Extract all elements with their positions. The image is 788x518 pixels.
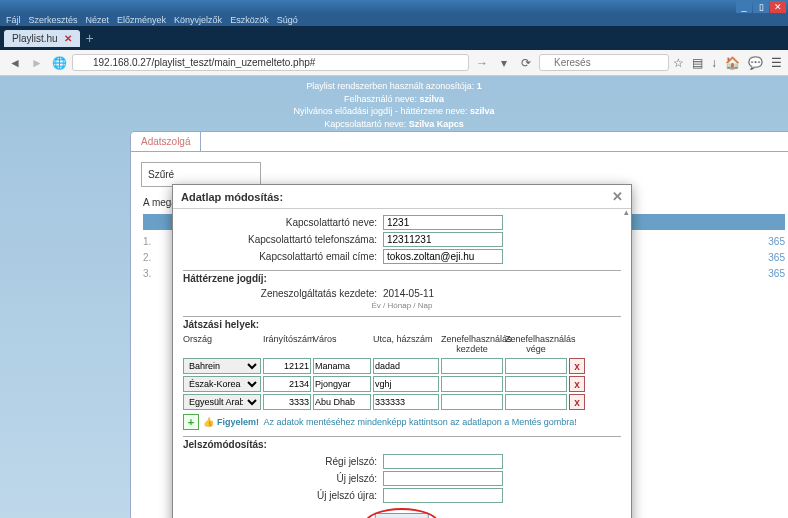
- chat-icon[interactable]: 💬: [748, 56, 763, 70]
- col-from: Zenefelhasználás kezdete: [441, 334, 503, 356]
- country-select-0[interactable]: Bahrein: [183, 358, 261, 374]
- street-input-0[interactable]: [373, 358, 439, 374]
- service-start-label: Zeneszolgáltatás kezdete:: [183, 288, 383, 299]
- delete-row-button-0[interactable]: x: [569, 358, 585, 374]
- street-input-2[interactable]: [373, 394, 439, 410]
- maximize-button[interactable]: ▯: [753, 1, 769, 13]
- back-button[interactable]: ◄: [6, 54, 24, 72]
- reload-arrow-icon[interactable]: →: [473, 54, 491, 72]
- service-start-value: 2014-05-11: [383, 288, 434, 299]
- contact-name-input[interactable]: [383, 215, 503, 230]
- hamburger-menu-icon[interactable]: ☰: [771, 56, 782, 70]
- to-input-1[interactable]: [505, 376, 567, 392]
- delete-row-button-2[interactable]: x: [569, 394, 585, 410]
- menu-tools[interactable]: Eszközök: [230, 15, 269, 25]
- browser-tab-playlist[interactable]: Playlist.hu ✕: [4, 30, 80, 47]
- window-close-button[interactable]: ✕: [770, 1, 786, 13]
- col-zip: Irányítószám: [263, 334, 311, 356]
- contact-email-input[interactable]: [383, 249, 503, 264]
- zip-input-2[interactable]: [263, 394, 311, 410]
- reload-button[interactable]: ⟳: [517, 54, 535, 72]
- old-pw-input[interactable]: [383, 454, 503, 469]
- country-select-2[interactable]: Egyesült Arab Em: [183, 394, 261, 410]
- delete-row-button-1[interactable]: x: [569, 376, 585, 392]
- to-input-2[interactable]: [505, 394, 567, 410]
- dropdown-icon[interactable]: ▾: [495, 54, 513, 72]
- country-select-1[interactable]: Észak-Korea: [183, 376, 261, 392]
- menubar: Fájl Szerkesztés Nézet Előzmények Könyvj…: [0, 14, 788, 26]
- street-input-1[interactable]: [373, 376, 439, 392]
- address-bar: ◄ ► 🌐 → ▾ ⟳ ☆ ▤ ↓ 🏠 💬 ☰: [0, 50, 788, 76]
- tab-close-icon[interactable]: ✕: [64, 33, 72, 44]
- info-banner: Playlist rendszerben használt azonosítój…: [0, 76, 788, 134]
- modal-close-icon[interactable]: ✕: [612, 189, 623, 204]
- city-input-1[interactable]: [313, 376, 371, 392]
- tab-adatszolga[interactable]: Adatszolgá: [131, 132, 201, 151]
- to-input-0[interactable]: [505, 358, 567, 374]
- contact-phone-label: Kapcsolattartó telefonszáma:: [183, 234, 383, 245]
- city-input-2[interactable]: [313, 394, 371, 410]
- page-content: Playlist rendszerben használt azonosítój…: [0, 76, 788, 518]
- new-tab-button[interactable]: +: [86, 30, 94, 46]
- modal-header: Adatlap módosítás: ✕: [173, 185, 631, 209]
- contact-name-label: Kapcsolattartó neve:: [183, 217, 383, 228]
- save-warning: + 👍 Figyelem! Az adatok mentéséhez minde…: [183, 414, 621, 430]
- menu-history[interactable]: Előzmények: [117, 15, 166, 25]
- browser-tabbar: Playlist.hu ✕ +: [0, 26, 788, 50]
- locations-legend: Játszási helyek:: [183, 319, 621, 330]
- contact-email-label: Kapcsolattartó email címe:: [183, 251, 383, 262]
- zip-input-0[interactable]: [263, 358, 311, 374]
- locations-grid: Ország Irányítószám Város Utca, házszám …: [183, 334, 621, 410]
- col-country: Ország: [183, 334, 261, 356]
- from-input-0[interactable]: [441, 358, 503, 374]
- modal-title: Adatlap módosítás:: [181, 191, 283, 203]
- zip-input-1[interactable]: [263, 376, 311, 392]
- window-titlebar: _ ▯ ✕: [0, 0, 788, 14]
- download-icon[interactable]: ↓: [711, 56, 717, 70]
- menu-edit[interactable]: Szerkesztés: [29, 15, 78, 25]
- new-pw-again-label: Új jelszó újra:: [183, 490, 383, 501]
- menu-view[interactable]: Nézet: [86, 15, 110, 25]
- fee-legend: Háttérzene jogdíj:: [183, 273, 621, 284]
- old-pw-label: Régi jelszó:: [183, 456, 383, 467]
- menu-file[interactable]: Fájl: [6, 15, 21, 25]
- globe-icon: 🌐: [50, 54, 68, 72]
- col-to: Zenefelhasználás vége: [505, 334, 567, 356]
- menu-help[interactable]: Súgó: [277, 15, 298, 25]
- from-input-2[interactable]: [441, 394, 503, 410]
- date-format-hint: Év / Hónap / Nap: [183, 301, 621, 310]
- thumb-icon: 👍: [203, 417, 214, 427]
- col-city: Város: [313, 334, 371, 356]
- star-icon[interactable]: ☆: [673, 56, 684, 70]
- new-pw-label: Új jelszó:: [183, 473, 383, 484]
- col-street: Utca, házszám: [373, 334, 439, 356]
- contact-phone-input[interactable]: [383, 232, 503, 247]
- search-input[interactable]: [539, 54, 669, 71]
- tab-label: Playlist.hu: [12, 33, 58, 44]
- new-pw-input[interactable]: [383, 471, 503, 486]
- edit-modal: Adatlap módosítás: ✕ ▴ Kapcsolattartó ne…: [172, 184, 632, 518]
- forward-button[interactable]: ►: [28, 54, 46, 72]
- new-pw-again-input[interactable]: [383, 488, 503, 503]
- list-icon[interactable]: ▤: [692, 56, 703, 70]
- minimize-button[interactable]: _: [736, 1, 752, 13]
- city-input-0[interactable]: [313, 358, 371, 374]
- home-icon[interactable]: 🏠: [725, 56, 740, 70]
- password-legend: Jelszómódosítás:: [183, 439, 621, 450]
- url-input[interactable]: [72, 54, 469, 71]
- modal-body: Kapcsolattartó neve: Kapcsolattartó tele…: [173, 209, 631, 518]
- from-input-1[interactable]: [441, 376, 503, 392]
- add-row-button[interactable]: +: [183, 414, 199, 430]
- menu-bookmarks[interactable]: Könyvjelzők: [174, 15, 222, 25]
- save-button[interactable]: Ment: [375, 513, 429, 518]
